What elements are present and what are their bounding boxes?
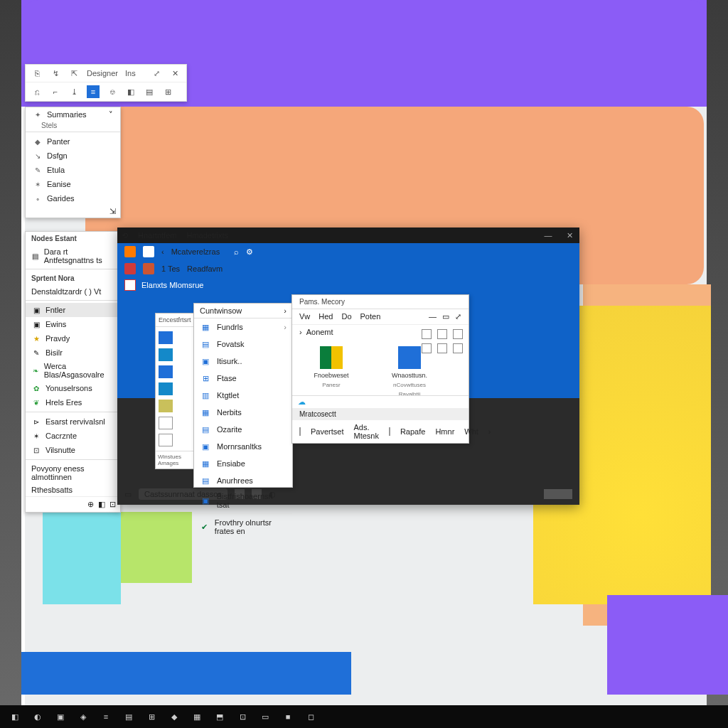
back-icon[interactable]: ⟲ bbox=[122, 231, 128, 240]
grid-tool[interactable] bbox=[453, 343, 463, 353]
menu-item[interactable]: ▤Ozarite bbox=[194, 421, 292, 438]
palette-swatch[interactable] bbox=[159, 434, 173, 446]
palette-swatch[interactable] bbox=[159, 400, 173, 412]
menu-item[interactable]: ▥Ktgtlet bbox=[194, 387, 292, 404]
palette-swatch[interactable] bbox=[159, 331, 173, 344]
status-icon[interactable]: ▭ bbox=[124, 490, 132, 499]
ctx-item[interactable]: ⊳Esarst rervivalsnl bbox=[26, 414, 120, 429]
taskbar-icon[interactable]: ≡ bbox=[101, 712, 111, 722]
palette-swatch[interactable] bbox=[159, 382, 173, 395]
taskbar-icon[interactable]: ▭ bbox=[260, 712, 270, 722]
grid-tool[interactable] bbox=[437, 343, 447, 353]
grid-tool[interactable] bbox=[453, 329, 463, 339]
ribbon-icon[interactable] bbox=[124, 263, 136, 274]
ctx-item[interactable]: ❦Hrels Eres bbox=[26, 395, 120, 410]
tool-label[interactable]: Pavertset bbox=[311, 427, 343, 436]
toolbox-icon[interactable]: ⇱ bbox=[68, 68, 80, 79]
toolbox-tool[interactable]: ⎊ bbox=[107, 86, 118, 97]
ctx-footer-item[interactable]: Povyony eness almottinnen bbox=[26, 462, 120, 483]
tab-label[interactable]: ‹ bbox=[161, 247, 164, 256]
taskbar-icon[interactable]: ◐ bbox=[33, 712, 43, 722]
menu-item[interactable]: ▣Bistfrishoaernsn tsat bbox=[194, 489, 292, 512]
project-icon[interactable] bbox=[124, 279, 136, 291]
ctx-item[interactable]: ★Pravdy bbox=[26, 331, 120, 346]
ctx-tool-icon[interactable]: ⊡ bbox=[109, 500, 116, 509]
taskbar-icon[interactable]: ▣ bbox=[55, 712, 65, 722]
settings-icon[interactable]: ⚙ bbox=[246, 247, 253, 257]
ribbon-icon[interactable] bbox=[143, 263, 154, 274]
tool-label[interactable]: Hmnr bbox=[435, 427, 454, 436]
tool-icon[interactable] bbox=[299, 427, 301, 436]
menu[interactable]: Do bbox=[341, 312, 351, 321]
toolbox-tab[interactable]: Ins bbox=[125, 69, 136, 77]
toolbox-tool[interactable]: ⎌ bbox=[31, 86, 43, 97]
ctx-footer-item[interactable]: Rthesbsatts bbox=[26, 483, 120, 496]
panel-c-tab[interactable]: Mratcosectt bbox=[292, 408, 469, 420]
close-icon[interactable]: ✕ bbox=[564, 230, 575, 241]
ctx-item[interactable]: ▤Dara rt Antfetsgnattns ts bbox=[26, 245, 120, 267]
taskbar-icon[interactable]: ▦ bbox=[192, 712, 202, 722]
file-item[interactable]: Fnoebweset Panesr bbox=[306, 346, 356, 397]
palette-swatch[interactable] bbox=[159, 365, 173, 378]
title-bar[interactable]: ⟲ Hnartntfem Hmadetrixts — ✕ bbox=[117, 228, 579, 243]
toolbox-icon[interactable]: ↯ bbox=[50, 68, 61, 79]
palette-swatch[interactable] bbox=[159, 417, 173, 429]
ctx-item[interactable]: Denstaldtzardr ( ) Vt bbox=[26, 285, 120, 298]
tab-icon[interactable] bbox=[143, 246, 154, 257]
grid-tool[interactable] bbox=[437, 329, 447, 339]
tool-icon[interactable] bbox=[389, 427, 390, 436]
tab-label[interactable]: Mcatverelzras bbox=[171, 247, 220, 256]
tool-icon[interactable]: — bbox=[429, 312, 437, 321]
file-item[interactable]: Wnaosttusn. nCovwttuses Ravalbtii bbox=[385, 346, 434, 397]
tool-label[interactable]: Wht bbox=[464, 427, 478, 436]
toolbox-icon[interactable]: ⤢ bbox=[151, 68, 162, 79]
toolbox-tool[interactable]: ⤓ bbox=[68, 86, 80, 97]
menu-item[interactable]: ▤Fovatsk bbox=[194, 336, 292, 353]
toolbox-tool[interactable]: ⌐ bbox=[50, 86, 61, 97]
side-panel-sub[interactable]: Stels bbox=[26, 122, 120, 129]
ribbon-label[interactable]: 1 Tes bbox=[161, 264, 180, 273]
tool-label[interactable]: Rapafe bbox=[400, 427, 425, 436]
ctx-item[interactable]: ❧Werca Blas/Asgasovalre bbox=[26, 360, 120, 381]
side-panel-item[interactable]: ✎Etula bbox=[26, 163, 120, 177]
menu-footer[interactable]: ✔Frovthry olnurtsr frates en bbox=[194, 515, 292, 538]
status-slider[interactable] bbox=[544, 489, 572, 499]
taskbar-icon[interactable]: ■ bbox=[283, 712, 293, 722]
menu-item[interactable]: ▤Anurhrees bbox=[194, 472, 292, 489]
ctx-item[interactable]: ▣Ewins bbox=[26, 317, 120, 331]
side-panel-item[interactable]: ◆Panter bbox=[26, 134, 120, 149]
ctx-tool-icon[interactable]: ⊕ bbox=[87, 500, 94, 509]
side-panel-item[interactable]: ∘Garides bbox=[26, 191, 120, 205]
app-icon[interactable] bbox=[124, 246, 136, 257]
menu-item[interactable]: ▣Itisurk.. bbox=[194, 353, 292, 370]
toolbox-icon[interactable]: ✕ bbox=[169, 68, 181, 79]
taskbar-icon[interactable]: ⊡ bbox=[237, 712, 247, 722]
toolbox-tool-active[interactable]: ≡ bbox=[87, 85, 100, 98]
ctx-item[interactable]: ✎Bisilr bbox=[26, 346, 120, 360]
taskbar-icon[interactable]: ◻ bbox=[306, 712, 316, 722]
side-panel-item[interactable]: ✶Eanise bbox=[26, 177, 120, 191]
grid-tool[interactable] bbox=[422, 329, 432, 339]
taskbar-icon[interactable]: ⬒ bbox=[215, 712, 225, 722]
toolbox-tool[interactable]: ◧ bbox=[125, 86, 136, 97]
palette-swatch[interactable] bbox=[159, 348, 173, 361]
taskbar[interactable]: ◧ ◐ ▣ ◈ ≡ ▤ ⊞ ◆ ▦ ⬒ ⊡ ▭ ■ ◻ bbox=[0, 705, 728, 728]
taskbar-icon[interactable]: ▤ bbox=[124, 712, 134, 722]
toolbox-tool[interactable]: ⊞ bbox=[162, 86, 173, 97]
menu[interactable]: Vw bbox=[299, 312, 310, 321]
toolbox-tool[interactable]: ▤ bbox=[144, 86, 155, 97]
ribbon-label[interactable]: Readfavm bbox=[187, 264, 223, 273]
taskbar-icon[interactable]: ◧ bbox=[10, 712, 20, 722]
toolbox-tab[interactable]: Designer bbox=[87, 69, 118, 77]
chevron-right-icon[interactable]: › bbox=[488, 427, 491, 436]
ctx-tool-icon[interactable]: ◧ bbox=[98, 500, 105, 509]
ctx-item[interactable]: ✿Yonuselrsons bbox=[26, 381, 120, 395]
toolbox-icon[interactable]: ⎘ bbox=[31, 68, 43, 79]
menu-item[interactable]: ⊞Ftase bbox=[194, 370, 292, 387]
tool-icon[interactable]: ⤢ bbox=[455, 312, 461, 321]
taskbar-icon[interactable]: ⊞ bbox=[146, 712, 156, 722]
ctx-item[interactable]: ✶Cacrznte bbox=[26, 429, 120, 443]
side-panel-header[interactable]: ✦ Summaries ˅ bbox=[26, 107, 120, 122]
ctx-section[interactable]: ▣Fntler bbox=[26, 303, 120, 317]
menu-item[interactable]: ▦Ensiabe bbox=[194, 455, 292, 472]
